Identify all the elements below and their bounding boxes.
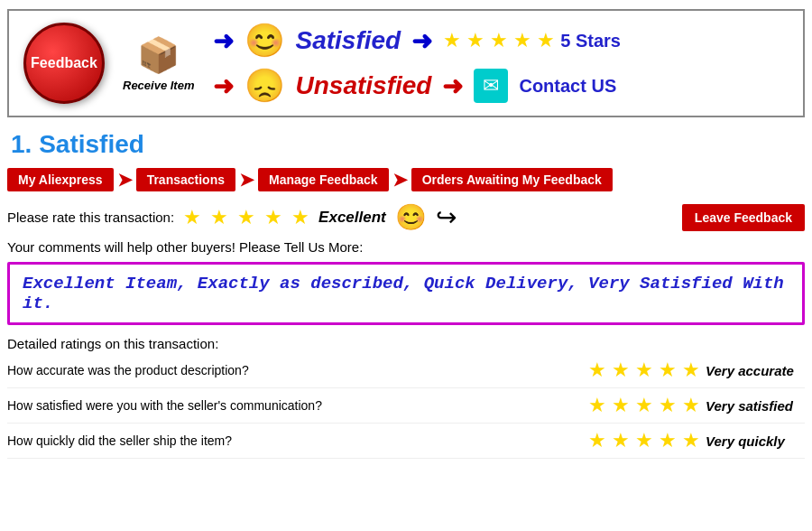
satisfied-row: ➜ 😊 Satisfied ➜ ★ ★ ★ ★ ★ 5 Stars bbox=[213, 22, 789, 60]
rating-stars-2: ★ ★ ★ ★ ★ Very satisfied bbox=[588, 394, 805, 417]
contact-label: Contact US bbox=[519, 76, 616, 97]
rate-star1-icon: ★ bbox=[183, 206, 201, 229]
stars-label: 5 Stars bbox=[560, 31, 621, 51]
happy-smiley-icon: 😊 bbox=[245, 22, 285, 60]
bc-manage-feedback[interactable]: Manage Feedback bbox=[258, 168, 389, 191]
bc-arrow-1-icon: ➤ bbox=[117, 169, 133, 191]
rating-answer-2: Very satisfied bbox=[706, 398, 805, 414]
detailed-ratings-title: Detailed ratings on this transaction: bbox=[7, 336, 805, 351]
top-banner: Feedback 📦 Receive Item ➜ 😊 Satisfied ➜ … bbox=[7, 9, 805, 117]
excellent-label: Excellent bbox=[318, 209, 386, 227]
r1-star2-icon: ★ bbox=[612, 359, 630, 382]
r3-star3-icon: ★ bbox=[635, 429, 653, 452]
rating-answer-1: Very accurate bbox=[706, 363, 805, 378]
r1-star3-icon: ★ bbox=[635, 359, 653, 382]
rating-stars-1: ★ ★ ★ ★ ★ Very accurate bbox=[588, 359, 805, 382]
comment-box: Excellent Iteam, Exactly as described, Q… bbox=[7, 262, 805, 325]
arrow-to-stars-icon: ➜ bbox=[411, 26, 432, 56]
arrow-to-satisfied-icon: ➜ bbox=[213, 26, 234, 56]
leave-feedback-button[interactable]: Leave Feedback bbox=[682, 204, 805, 231]
arrow-to-contact-icon: ➜ bbox=[442, 71, 463, 101]
rate-star3-icon: ★ bbox=[237, 206, 255, 229]
star4-icon: ★ bbox=[513, 29, 531, 52]
bc-arrow-2-icon: ➤ bbox=[239, 169, 254, 191]
r1-star1-icon: ★ bbox=[588, 359, 606, 382]
rating-stars-3: ★ ★ ★ ★ ★ Very quickly bbox=[588, 429, 805, 452]
rating-row-description: How accurate was the product description… bbox=[7, 359, 805, 388]
r1-star4-icon: ★ bbox=[659, 359, 677, 382]
star3-icon: ★ bbox=[490, 29, 508, 52]
breadcrumb: My Aliexpress ➤ Transactions ➤ Manage Fe… bbox=[7, 168, 805, 191]
rating-answer-3: Very quickly bbox=[706, 433, 805, 449]
bc-transactions[interactable]: Transactions bbox=[136, 168, 235, 191]
feedback-button[interactable]: Feedback bbox=[23, 23, 105, 104]
rating-row-communication: How satisfied were you with the seller's… bbox=[7, 394, 805, 424]
happy-face-icon: 😊 bbox=[395, 202, 427, 232]
unsatisfied-row: ➜ 😞 Unsatisfied ➜ ✉ Contact US bbox=[213, 67, 789, 105]
star2-icon: ★ bbox=[466, 29, 484, 52]
r2-star4-icon: ★ bbox=[659, 394, 677, 417]
bc-my-aliexpress[interactable]: My Aliexpress bbox=[7, 168, 114, 191]
rating-question-2: How satisfied were you with the seller's… bbox=[7, 398, 579, 413]
rating-question-3: How quickly did the seller ship the item… bbox=[7, 433, 579, 448]
rate-label: Please rate this transaction: bbox=[7, 210, 174, 225]
curved-arrow-icon: ↪ bbox=[436, 202, 457, 232]
r3-star5-icon: ★ bbox=[682, 429, 700, 452]
unsatisfied-label: Unsatisfied bbox=[296, 71, 432, 100]
rating-question-1: How accurate was the product description… bbox=[7, 363, 579, 377]
r2-star2-icon: ★ bbox=[612, 394, 630, 417]
r3-star1-icon: ★ bbox=[588, 429, 606, 452]
rate-star2-icon: ★ bbox=[210, 206, 228, 229]
r3-star2-icon: ★ bbox=[612, 429, 630, 452]
section-satisfied: 1. Satisfied My Aliexpress ➤ Transaction… bbox=[0, 126, 812, 471]
star1-icon: ★ bbox=[443, 29, 461, 52]
package-icon: 📦 bbox=[137, 35, 180, 75]
five-stars-row: ★ ★ ★ ★ ★ 5 Stars bbox=[443, 29, 621, 52]
star5-icon: ★ bbox=[537, 29, 555, 52]
bc-arrow-3-icon: ➤ bbox=[392, 169, 408, 191]
sad-smiley-icon: 😞 bbox=[245, 67, 285, 105]
bc-orders-awaiting[interactable]: Orders Awaiting My Feedback bbox=[411, 168, 613, 191]
rating-row-shipping: How quickly did the seller ship the item… bbox=[7, 429, 805, 459]
mail-icon-wrap: ✉ bbox=[474, 69, 508, 103]
comments-hint: Your comments will help other buyers! Pl… bbox=[7, 239, 805, 255]
r2-star3-icon: ★ bbox=[635, 394, 653, 417]
r1-star5-icon: ★ bbox=[682, 359, 700, 382]
rate-row: Please rate this transaction: ★ ★ ★ ★ ★ … bbox=[7, 202, 805, 232]
receive-item-section: 📦 Receive Item bbox=[123, 35, 195, 92]
section-title: 1. Satisfied bbox=[11, 130, 805, 159]
r3-star4-icon: ★ bbox=[659, 429, 677, 452]
r2-star1-icon: ★ bbox=[588, 394, 606, 417]
comment-text: Excellent Iteam, Exactly as described, Q… bbox=[23, 274, 784, 313]
receive-item-label: Receive Item bbox=[123, 79, 195, 92]
rate-star5-icon: ★ bbox=[291, 206, 309, 229]
mail-icon: ✉ bbox=[483, 74, 499, 98]
r2-star5-icon: ★ bbox=[682, 394, 700, 417]
feedback-label: Feedback bbox=[31, 55, 97, 71]
banner-options: ➜ 😊 Satisfied ➜ ★ ★ ★ ★ ★ 5 Stars ➜ 😞 Un… bbox=[213, 22, 789, 105]
arrow-to-unsatisfied-icon: ➜ bbox=[213, 71, 234, 101]
rate-star4-icon: ★ bbox=[264, 206, 282, 229]
satisfied-label: Satisfied bbox=[296, 26, 401, 55]
